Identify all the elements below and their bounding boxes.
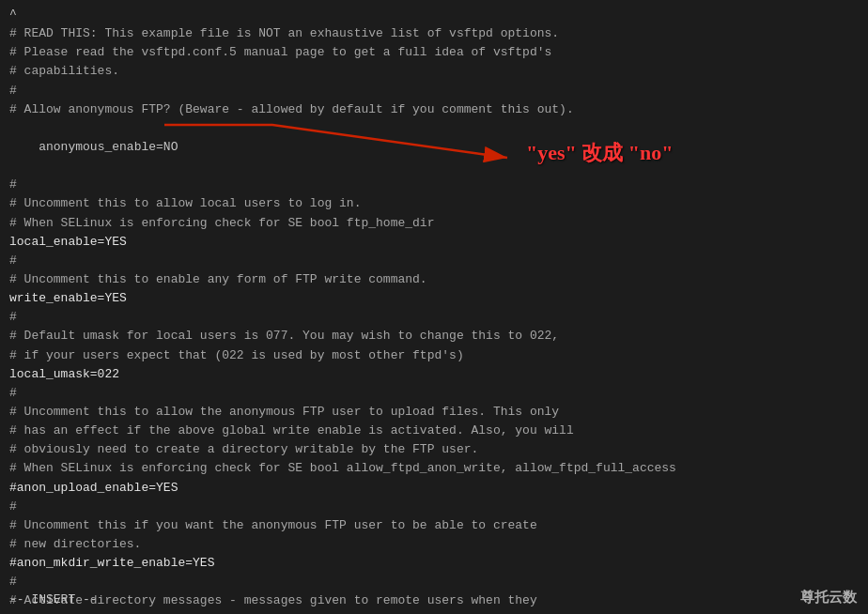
line-4: #	[9, 82, 859, 100]
anon-upload-line: #anon_upload_enable=YES	[9, 479, 859, 498]
line-3: # capabilities.	[9, 62, 859, 81]
line-1: # READ THIS: This example file is NOT an…	[9, 24, 859, 43]
anonymous-enable-setting: anonymous_enable=NO	[39, 140, 178, 154]
line-11: #	[9, 252, 859, 270]
line-28: #	[9, 573, 859, 591]
line-25: # Uncomment this if you want the anonymo…	[9, 516, 859, 535]
anon-mkdir-line: #anon_mkdir_write_enable=YES	[9, 554, 859, 573]
line-19: # Uncomment this to allow the anonymous …	[9, 403, 859, 422]
local-umask-line: local_umask=022	[9, 365, 859, 384]
top-indicator: ^	[9, 6, 859, 24]
write-enable-line: write_enable=YES	[9, 289, 859, 308]
line-9: # When SELinux is enforcing check for SE…	[9, 214, 859, 233]
line-29: # Activate directory messages - messages…	[9, 591, 859, 610]
watermark-text: 尊托云数	[800, 589, 857, 606]
line-5: # Allow anonymous FTP? (Beware - allowed…	[9, 100, 859, 119]
line-8: # Uncomment this to allow local users to…	[9, 194, 859, 213]
line-7: #	[9, 176, 859, 194]
line-22: # When SELinux is enforcing check for SE…	[9, 459, 859, 478]
insert-mode-indicator: -- INSERT --	[9, 592, 98, 606]
terminal-window: ^ # READ THIS: This example file is NOT …	[0, 0, 868, 614]
line-21: # obviously need to create a directory w…	[9, 440, 859, 459]
local-enable-line: local_enable=YES	[9, 233, 859, 252]
line-16: # if your users expect that (022 is used…	[9, 346, 859, 365]
line-14: #	[9, 308, 859, 327]
annotation-label: "yes" 改成 "no"	[526, 139, 673, 167]
line-30: # go into a certain directory.	[9, 611, 859, 615]
line-18: #	[9, 384, 859, 403]
line-20: # has an effect if the above global writ…	[9, 422, 859, 440]
anonymous-enable-line: anonymous_enable=NO	[9, 119, 859, 176]
line-26: # new directories.	[9, 535, 859, 554]
line-2: # Please read the vsftpd.conf.5 manual p…	[9, 43, 859, 62]
line-12: # Uncomment this to enable any form of F…	[9, 270, 859, 289]
line-24: #	[9, 498, 859, 516]
line-15: # Default umask for local users is 077. …	[9, 327, 859, 345]
